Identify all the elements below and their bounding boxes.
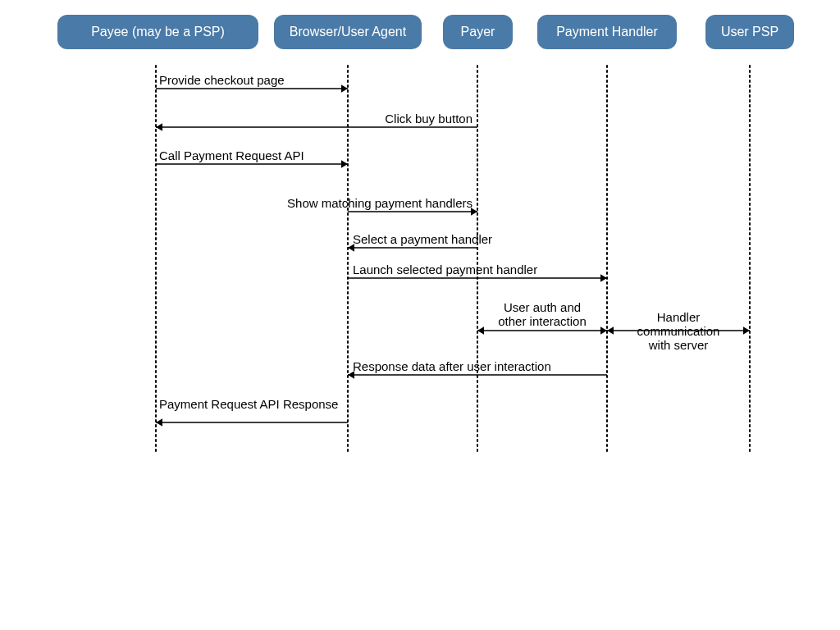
message-6: User auth andother interaction: [477, 300, 607, 335]
message-label-3: Show matching payment handlers: [287, 196, 472, 210]
participant-userpsp: User PSP: [705, 15, 794, 49]
message-label-5: Launch selected payment handler: [353, 262, 537, 276]
message-3: Show matching payment handlers: [287, 196, 477, 216]
message-label-6-1: other interaction: [498, 314, 587, 328]
message-label-8: Response data after user interaction: [353, 359, 551, 373]
message-7: Handlercommunicationwith server: [607, 310, 750, 352]
message-label-7-0: Handler: [657, 310, 701, 324]
participant-label-payee: Payee (may be a PSP): [91, 25, 225, 39]
svg-marker-26: [156, 418, 162, 427]
participant-label-userpsp: User PSP: [721, 25, 778, 39]
participant-label-payer: Payer: [461, 25, 495, 39]
svg-marker-16: [600, 274, 607, 282]
message-9: Payment Request API Response: [156, 397, 348, 427]
svg-marker-21: [607, 326, 614, 335]
message-2: Call Payment Request API: [156, 148, 348, 168]
svg-marker-6: [341, 84, 348, 93]
message-label-6-0: User auth and: [504, 300, 581, 314]
message-label-1: Click buy button: [385, 112, 472, 126]
message-label-2: Call Payment Request API: [159, 148, 304, 162]
message-label-4: Select a payment handler: [353, 232, 492, 246]
participant-handler: Payment Handler: [537, 15, 677, 49]
participant-label-handler: Payment Handler: [556, 25, 658, 39]
svg-marker-10: [341, 160, 348, 168]
participant-payer: Payer: [443, 15, 513, 49]
message-label-0: Provide checkout page: [159, 73, 285, 87]
message-0: Provide checkout page: [156, 73, 348, 93]
svg-marker-8: [156, 123, 162, 131]
svg-marker-18: [477, 326, 484, 335]
participant-payee: Payee (may be a PSP): [57, 15, 258, 49]
message-1: Click buy button: [156, 112, 477, 131]
message-label-9: Payment Request API Response: [159, 397, 338, 411]
message-label-7-2: with server: [648, 338, 709, 352]
sequence-diagram: Payee (may be a PSP)Browser/User AgentPa…: [0, 0, 840, 630]
participant-label-browser: Browser/User Agent: [290, 25, 407, 39]
svg-marker-19: [600, 326, 607, 335]
svg-marker-22: [743, 326, 750, 335]
message-label-7-1: communication: [637, 324, 720, 338]
participant-browser: Browser/User Agent: [274, 15, 422, 49]
message-4: Select a payment handler: [348, 232, 492, 252]
